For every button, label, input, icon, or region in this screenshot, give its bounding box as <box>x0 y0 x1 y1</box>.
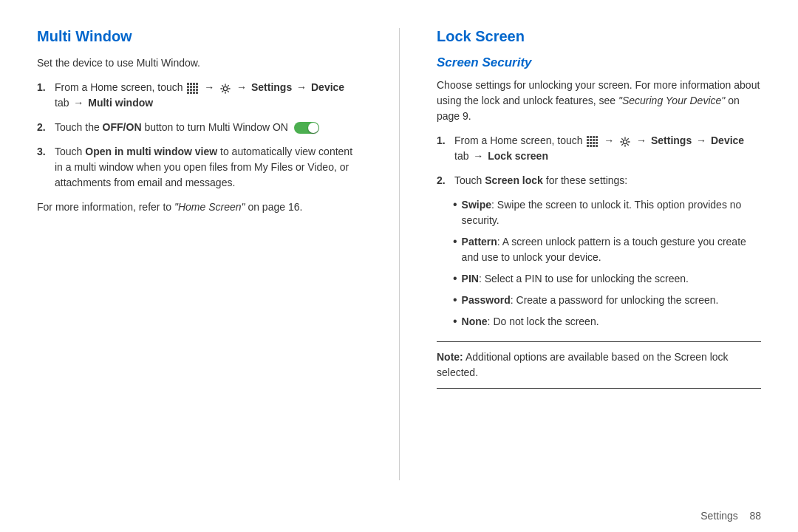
step1-text: From a Home screen, touch → <box>55 80 355 111</box>
gear-icon-1 <box>220 83 231 93</box>
toggle-track[interactable] <box>294 122 319 134</box>
right-steps-list: 1. From a Home screen, touch → <box>437 133 761 188</box>
bullet-pin-text: PIN: Select a PIN to use for unlocking t… <box>462 271 689 287</box>
rarrow3: → <box>696 134 706 146</box>
step2-text: Touch the OFF/ON button to turn Multi Wi… <box>55 120 355 135</box>
left-steps-list: 1. From a Home screen, touch → <box>37 80 355 191</box>
footer-label: Settings 88 <box>700 510 761 522</box>
bullet-swipe-text: Swipe: Swipe the screen to unlock it. Th… <box>462 197 761 228</box>
right-intro: Choose settings for unlocking your scree… <box>437 78 761 124</box>
arrow-icon-2: → <box>236 81 247 93</box>
bullet-pattern: Pattern: A screen unlock pattern is a to… <box>453 234 761 265</box>
bullet-none: None: Do not lock the screen. <box>453 314 761 330</box>
left-step-2: 2. Touch the OFF/ON button to turn Multi… <box>37 120 355 135</box>
step1-multiwindow: Multi window <box>88 97 153 109</box>
rstep1-settings: Settings <box>651 134 692 146</box>
left-section-title: Multi Window <box>37 28 355 45</box>
refer-link: "Home Screen" <box>174 201 245 213</box>
rstep1-text: From a Home screen, touch → <box>454 133 761 164</box>
step3-bold: Open in multi window view <box>85 146 217 157</box>
rarrow4: → <box>473 150 483 162</box>
right-step-2: 2. Touch Screen lock for these settings: <box>437 173 761 188</box>
gear-icon-right <box>620 136 630 146</box>
left-intro: Set the device to use Multi Window. <box>37 55 355 71</box>
bullet-list: Swipe: Swipe the screen to unlock it. Th… <box>453 197 761 330</box>
note-text: Additional options are available based o… <box>437 351 729 378</box>
rarrow1: → <box>604 134 614 146</box>
step1-device: Device <box>311 81 344 93</box>
toggle-container[interactable] <box>294 122 319 134</box>
step2-offon: OFF/ON <box>103 121 142 133</box>
rstep2-num: 2. <box>437 173 449 188</box>
right-column: Lock Screen Screen Security Choose setti… <box>399 28 761 480</box>
left-column: Multi Window Set the device to use Multi… <box>37 28 355 480</box>
rarrow2: → <box>636 134 647 146</box>
rstep1-num: 1. <box>437 133 449 164</box>
content-area: Multi Window Set the device to use Multi… <box>0 0 798 502</box>
refer-text: For more information, refer to "Home Scr… <box>37 200 355 215</box>
step3-text: Touch Open in multi window view to autom… <box>55 144 355 191</box>
bullet-pin: PIN: Select a PIN to use for unlocking t… <box>453 271 761 287</box>
arrow-icon-1: → <box>204 81 214 93</box>
arrow-icon-3: → <box>296 81 307 93</box>
bullet-pattern-text: Pattern: A screen unlock pattern is a to… <box>462 234 761 265</box>
step1-settings: Settings <box>251 81 292 93</box>
right-step-1: 1. From a Home screen, touch → <box>437 133 761 164</box>
svg-point-1 <box>624 140 627 144</box>
note-label: Note: <box>437 351 463 363</box>
step1-tab: tab <box>55 97 72 109</box>
left-step-3: 3. Touch Open in multi window view to au… <box>37 144 355 191</box>
bullet-swipe: Swipe: Swipe the screen to unlock it. Th… <box>453 197 761 228</box>
svg-point-0 <box>224 87 228 91</box>
rstep1-lockscreen: Lock screen <box>488 150 548 162</box>
bullet-password-text: Password: Create a password for unlockin… <box>462 293 719 308</box>
toggle-thumb <box>308 123 318 133</box>
bullet-password: Password: Create a password for unlockin… <box>453 293 761 308</box>
step1-num: 1. <box>37 80 49 111</box>
footer: Settings 88 <box>0 502 798 532</box>
grid-icon <box>187 83 198 94</box>
bullet-none-text: None: Do not lock the screen. <box>462 314 599 330</box>
note-box: Note: Additional options are available b… <box>437 341 761 389</box>
grid-icon-right <box>587 136 598 147</box>
arrow-icon-4: → <box>73 97 83 109</box>
step2-num: 2. <box>37 120 49 135</box>
left-step-1: 1. From a Home screen, touch → <box>37 80 355 111</box>
rstep2-text: Touch Screen lock for these settings: <box>454 173 761 188</box>
right-section-title: Lock Screen <box>437 28 761 45</box>
page: Multi Window Set the device to use Multi… <box>0 0 798 532</box>
securing-link: "Securing Your Device" <box>618 95 725 106</box>
subsection-title: Screen Security <box>437 55 761 70</box>
screen-lock-bold: Screen lock <box>485 174 543 186</box>
rstep1-tab: tab <box>454 150 471 162</box>
step3-num: 3. <box>37 144 49 191</box>
rstep1-device: Device <box>711 134 744 146</box>
